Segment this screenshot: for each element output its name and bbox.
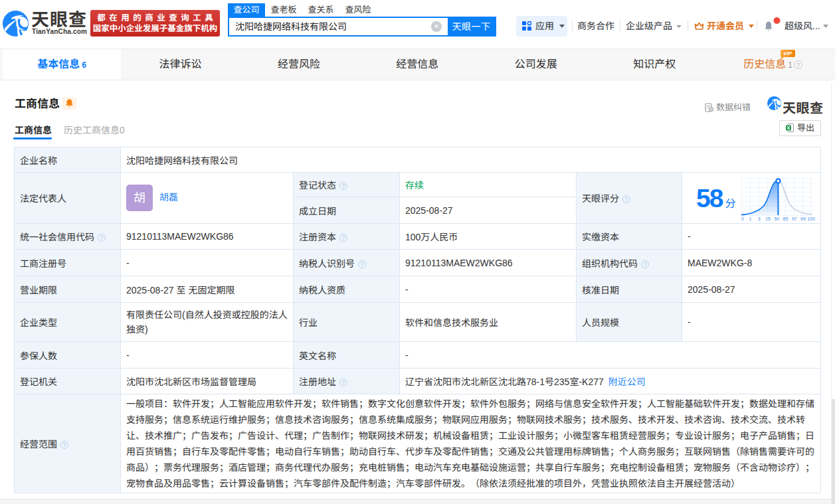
svg-text:0: 0 xyxy=(741,216,744,221)
svg-text:97: 97 xyxy=(792,216,797,221)
svg-text:15: 15 xyxy=(765,216,771,221)
svg-text:50: 50 xyxy=(774,216,779,221)
svg-text:85: 85 xyxy=(783,216,789,221)
svg-text:99: 99 xyxy=(800,216,806,221)
svg-text:1: 1 xyxy=(749,216,752,221)
svg-text:100: 100 xyxy=(807,216,815,221)
svg-text:3: 3 xyxy=(758,216,761,221)
